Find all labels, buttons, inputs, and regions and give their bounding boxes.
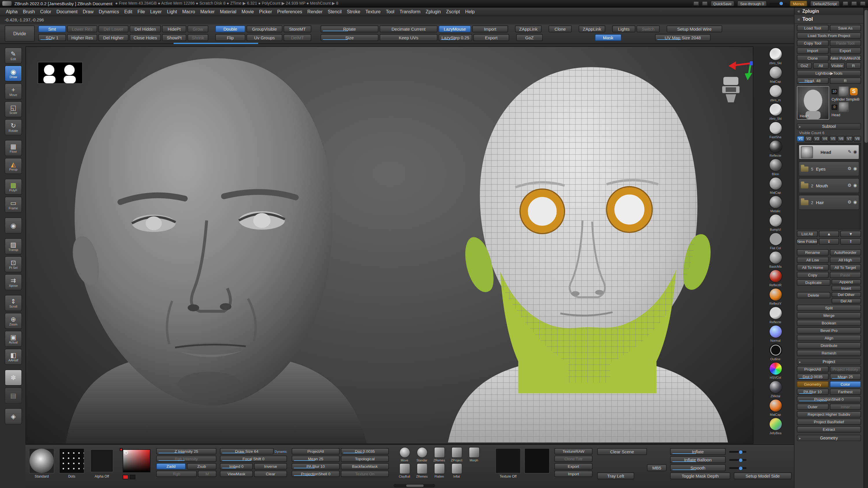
rgb-toggle[interactable]: Rgb: [156, 470, 197, 477]
titlebar-icon-layout1[interactable]: [842, 1, 848, 6]
subtool-view-tab[interactable]: V2: [805, 136, 812, 142]
panel-scrollbar[interactable]: [863, 7, 868, 488]
alpha-preview-thumbnail[interactable]: [38, 62, 83, 84]
brush-shortcut[interactable]: ZProject: [448, 447, 465, 462]
texture-thumbnail-2[interactable]: [524, 448, 550, 474]
project-basrelief-button[interactable]: Project BasRelief: [797, 419, 861, 425]
shelf-button[interactable]: LazyStep 0.25: [439, 34, 472, 41]
cylinder-tool-thumbnail[interactable]: [838, 86, 849, 97]
goz-r-button[interactable]: R: [846, 62, 861, 69]
left-toolbar-button[interactable]: ⇉ Xpose: [5, 274, 22, 290]
shelf-button[interactable]: Higher Res: [67, 34, 97, 41]
projection-shell-slider[interactable]: ProjectionShell 0: [797, 396, 861, 402]
clear-button[interactable]: Clear: [254, 470, 287, 477]
active-tool-thumbnail[interactable]: Head: [797, 86, 829, 120]
all-to-home-button[interactable]: All To Home: [797, 264, 828, 270]
mb5-button[interactable]: MB5: [647, 464, 666, 471]
load-tools-from-project-button[interactable]: Load Tools From Project: [797, 32, 861, 39]
dynamic-label[interactable]: Dynamic: [275, 450, 287, 453]
project-geometry-toggle[interactable]: Geometry: [797, 381, 828, 387]
subtool-view-tab[interactable]: V4: [821, 136, 829, 142]
titlebar-icon-doc[interactable]: [693, 1, 699, 6]
lightbox-tools-button[interactable]: Lightbox▶Tools: [797, 70, 861, 76]
imbed-slider[interactable]: Imbed 0: [220, 463, 253, 469]
head-tool-thumbnail[interactable]: [838, 102, 849, 112]
alpha-thumbnail[interactable]: [90, 449, 114, 473]
texture-thumbnail[interactable]: [495, 448, 521, 474]
material-item[interactable]: Normal: [765, 325, 786, 342]
shelf-button[interactable]: Uv Groups: [247, 34, 282, 41]
material-item[interactable]: ReflectR: [765, 269, 786, 287]
brush-shortcut[interactable]: ZRemes: [431, 447, 448, 462]
subtool-item[interactable]: 2 Hair ✎ ⚙ ◉: [799, 195, 859, 210]
project-section-header[interactable]: ▸ Project: [797, 358, 861, 365]
texture-on-button[interactable]: Texture On: [341, 470, 389, 477]
simplebrush-icon[interactable]: S: [850, 88, 858, 95]
material-item[interactable]: Metalic: [765, 195, 786, 213]
menu-item[interactable]: File: [135, 8, 147, 15]
shelf-button[interactable]: HidePt: [162, 26, 186, 32]
document-canvas[interactable]: [26, 46, 753, 444]
copy-button[interactable]: Copy: [797, 272, 828, 278]
active-color-swatch[interactable]: [120, 448, 123, 451]
left-toolbar-button[interactable]: ▤: [5, 387, 22, 403]
rename-button[interactable]: Rename: [797, 249, 828, 256]
subtool-up-button[interactable]: ▲: [818, 231, 839, 237]
menu-item[interactable]: Zplugin: [423, 8, 443, 15]
primary-color-swatch[interactable]: [123, 475, 128, 479]
wireframe-head-model[interactable]: [431, 57, 744, 444]
split-button[interactable]: Split: [797, 305, 861, 311]
shelf-button[interactable]: Close Holes: [130, 34, 161, 41]
material-item[interactable]: ReflectY: [765, 288, 786, 305]
menu-item[interactable]: Stroke: [345, 8, 363, 15]
shelf-button[interactable]: DelMT: [283, 34, 311, 41]
tray-mean-slider[interactable]: Mean 25: [292, 456, 340, 462]
material-item[interactable]: BasicMa: [765, 251, 786, 268]
shelf-button[interactable]: Setup Model Wire: [666, 26, 722, 32]
move-into-folder-button[interactable]: ⇓: [818, 238, 839, 245]
material-item[interactable]: Reflecte: [765, 140, 786, 157]
brush-shortcut[interactable]: Inflat: [448, 463, 465, 478]
make-polymesh3d-button[interactable]: Make PolyMesh3D: [830, 55, 861, 61]
visibility-eye-icon[interactable]: ◉: [853, 200, 857, 205]
sculpted-head-model[interactable]: [27, 48, 409, 444]
inverse-button[interactable]: Inverse: [254, 463, 287, 469]
toggle-mask-depth-button[interactable]: Toggle Mask Depth: [670, 473, 730, 479]
all-low-button[interactable]: All Low: [797, 257, 828, 263]
setup-model-side-button[interactable]: Setup Model Side: [734, 473, 792, 479]
material-item[interactable]: Outline: [765, 344, 786, 361]
inflate-track[interactable]: [729, 451, 746, 453]
camera-head-widget[interactable]: [720, 76, 741, 105]
shelf-button[interactable]: Grow: [187, 26, 208, 32]
shelf-button[interactable]: Decimate Current: [380, 26, 437, 32]
shelf-button[interactable]: StoreMT: [283, 26, 311, 32]
menu-item[interactable]: Color: [38, 8, 54, 15]
boolean-button[interactable]: Boolean: [797, 320, 861, 326]
merge-button[interactable]: Merge: [797, 312, 861, 319]
all-high-button[interactable]: All High: [830, 257, 861, 263]
shelf-button[interactable]: Del Hidden: [130, 26, 161, 32]
insert-button[interactable]: Insert: [831, 286, 861, 291]
left-toolbar-button[interactable]: ▭ Frame: [5, 197, 22, 213]
shelf-button[interactable]: GroupVisible: [247, 26, 282, 32]
left-toolbar-button[interactable]: ▩ PolyF: [5, 178, 22, 195]
quicksave-button[interactable]: QuickSave: [710, 1, 734, 6]
left-toolbar-button[interactable]: ▣ Actual: [5, 331, 22, 347]
goz-all-button[interactable]: All: [813, 62, 829, 69]
see-through-track[interactable]: [770, 3, 787, 4]
gear-icon[interactable]: ⚙: [847, 166, 851, 171]
brush-shortcut[interactable]: Flatten: [431, 463, 448, 478]
menu-item[interactable]: Document: [54, 8, 80, 15]
project-history-button[interactable]: Project History: [830, 366, 861, 372]
clone-txtr-button[interactable]: Clone Txtr: [554, 456, 593, 462]
menu-item[interactable]: Transform: [397, 8, 423, 15]
folder-icon[interactable]: [801, 200, 808, 205]
bevel-pro-button[interactable]: Bevel Pro: [797, 327, 861, 334]
inflate-slider[interactable]: Inflate: [670, 448, 726, 455]
subtool-section-header[interactable]: ▸ Subtool: [797, 123, 861, 130]
menu-item[interactable]: Preferences: [275, 8, 304, 15]
material-item[interactable]: MatCap: [765, 399, 786, 416]
shelf-button[interactable]: SDiv 1: [38, 34, 66, 41]
canvas-horizontal-scrollbar[interactable]: [394, 484, 435, 487]
material-item[interactable]: Flat Col: [765, 232, 786, 250]
